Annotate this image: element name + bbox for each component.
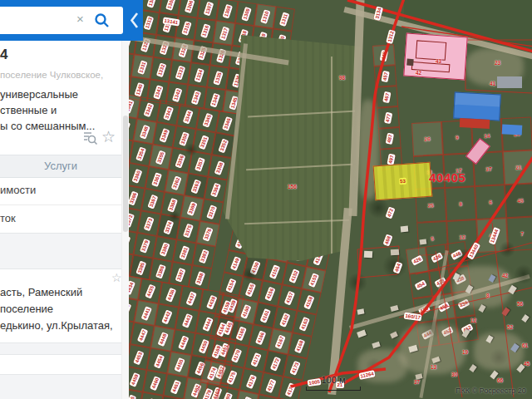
house-roof <box>401 226 409 233</box>
parcel-label: 1343 <box>190 90 201 105</box>
parcel-cell[interactable]: 3376 <box>196 221 219 247</box>
section-divider <box>0 342 121 355</box>
parcel-label: 4156 <box>264 286 276 301</box>
parcel-label: 4154 <box>225 278 237 293</box>
parcel-label: 3380 <box>160 241 170 256</box>
parcel-label: 3355 <box>155 150 166 165</box>
parcel-label: 3364 <box>210 182 221 197</box>
parcel-label: 3361 <box>151 171 162 186</box>
parcel-label: 42 <box>416 70 421 76</box>
parcel-label: 477 <box>384 111 392 123</box>
parcel-cell[interactable]: 3358 <box>208 155 231 180</box>
parcel-cell[interactable]: 8 <box>445 186 476 221</box>
section-divider <box>0 374 121 399</box>
parcel-label: 4151 <box>269 264 281 278</box>
parcel-label: 3358 <box>214 160 225 175</box>
house-roof <box>390 305 398 312</box>
parcel-label: 9 <box>456 135 459 140</box>
sidebar-scrollbar[interactable] <box>121 41 129 399</box>
parcel-label: 436 <box>431 252 443 263</box>
parcel-cell[interactable]: 3364 <box>204 177 227 203</box>
parcel-label: 1344 <box>209 92 220 107</box>
parcel-label: 4153 <box>308 272 320 287</box>
parcel-cell[interactable]: 467 <box>375 86 398 108</box>
parcel-label: 3351 <box>199 135 209 150</box>
parcel-label: 4442 <box>161 309 173 324</box>
parcel-label: 3342 <box>144 101 155 116</box>
clear-search-icon[interactable]: × <box>76 12 84 26</box>
parcel-label: 4168 <box>294 338 306 353</box>
industrial-parcel-pink[interactable] <box>403 32 467 80</box>
parcel-label: 12 <box>470 318 476 323</box>
parcel-label: 1317 <box>219 26 229 41</box>
service-item[interactable]: ток <box>0 204 121 234</box>
parcel-label: 1308 <box>222 3 233 18</box>
parcel-label: 426 <box>411 255 423 266</box>
tree-cluster <box>185 143 198 156</box>
parcel-label: 61 <box>522 342 528 348</box>
parcel-cell[interactable]: 1311 <box>273 7 295 32</box>
parcel-label: 45 <box>524 361 530 367</box>
address-line: поселение <box>0 301 113 318</box>
parcel-label: 4180 <box>222 392 234 399</box>
parcel-label: 4149 <box>230 255 242 270</box>
parcel-cell[interactable]: 4178 <box>278 377 303 399</box>
parcel-label: 4166 <box>255 330 267 345</box>
parcel-label: 1307 <box>203 1 214 16</box>
address-result[interactable]: асть, Раменский поселение едькино, ул.Кр… <box>0 284 113 334</box>
parcel-label: 3385 <box>135 260 146 275</box>
parcel-cell[interactable]: 3370 <box>200 199 224 224</box>
selected-parcel-label: 53 <box>398 178 406 185</box>
parcel-label: 3345 <box>202 112 213 127</box>
parcel-label: 4172 <box>270 356 282 371</box>
parcel-label: 4460 <box>150 375 161 390</box>
search-icon[interactable] <box>94 12 110 32</box>
parcel-cell[interactable]: 3382 <box>192 243 215 268</box>
house-roof <box>391 249 399 256</box>
parcel-label: 4173 <box>289 360 301 375</box>
preview-icon[interactable] <box>81 130 98 146</box>
parcel-label: 4177 <box>265 377 277 392</box>
parcel-label: 487 <box>386 132 394 144</box>
parcel-cell[interactable]: 6 <box>475 185 506 219</box>
parcel-cell[interactable]: 4179 <box>195 382 219 399</box>
parcel-cell[interactable]: 26 <box>411 121 443 156</box>
parcel-label: 3362 <box>171 175 182 190</box>
parcel-label: 4158 <box>303 294 315 309</box>
parcel-label: 1340 <box>134 81 145 96</box>
house-roof <box>364 251 372 259</box>
address-favorite-star-icon[interactable]: ☆ <box>111 271 122 284</box>
collapse-sidebar-icon[interactable] <box>130 12 139 32</box>
parcel-label: 4165 <box>236 326 248 341</box>
parcel-label: 4179 <box>202 387 214 399</box>
building-gray-hangar <box>497 76 522 88</box>
favorite-star-icon[interactable]: ☆ <box>101 127 116 146</box>
parcel-label: 30 <box>451 372 457 377</box>
parcel-cell[interactable]: 448 <box>372 44 396 66</box>
parcel-cell[interactable]: 21 <box>503 150 532 185</box>
parcel-label: 4170 <box>231 347 243 362</box>
parcel-label: 4181 <box>241 396 253 399</box>
parcel-label: 23 <box>495 60 500 66</box>
parcel-label: 4178 <box>285 382 297 397</box>
parcel-label: 3356 <box>175 153 185 168</box>
parcel-label: 4443 <box>181 313 193 328</box>
house-roof <box>469 364 477 372</box>
parcel-cell[interactable]: 477 <box>377 106 400 129</box>
parcel-label: 13 <box>431 364 436 370</box>
parcel-label: 37 <box>414 379 420 385</box>
service-item[interactable]: имости <box>0 176 121 205</box>
tab-services[interactable]: Услуги <box>0 155 121 178</box>
selected-parcel[interactable]: 53 <box>373 162 433 201</box>
house-roof <box>372 342 380 348</box>
parcel-label: 4448 <box>157 331 169 346</box>
parcel-label: 14 <box>484 133 490 139</box>
parcel-label: 3363 <box>190 179 201 194</box>
scrollbar-thumb[interactable] <box>123 116 128 232</box>
parcel-cell[interactable]: 45 <box>505 183 532 218</box>
parcel-label: 4459 <box>129 372 140 387</box>
parcel-cell[interactable]: 487 <box>378 127 401 150</box>
parcel-label: 1332 <box>155 62 166 77</box>
parcel-label: 56 <box>517 301 523 307</box>
parcel-cell[interactable]: 457 <box>374 65 397 87</box>
